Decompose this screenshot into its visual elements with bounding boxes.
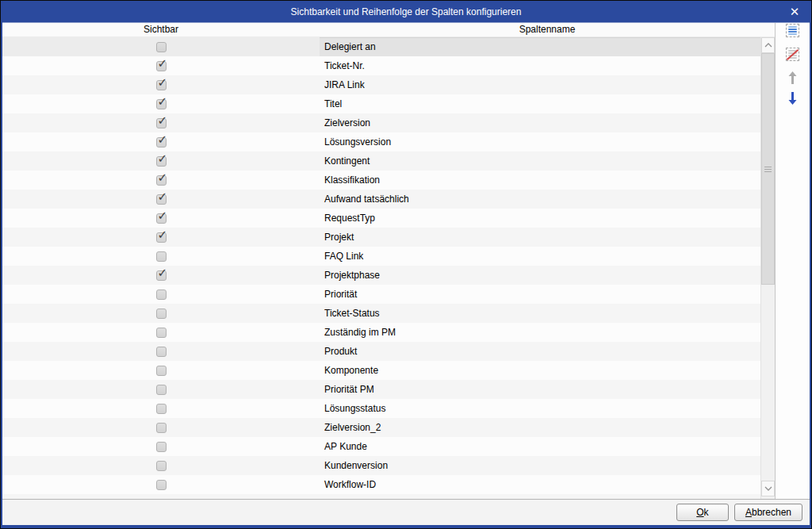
dialog-window: Sichtbarkeit und Reihenfolge der Spalten… <box>1 1 811 528</box>
table-row[interactable]: Priorität <box>2 285 760 304</box>
visibility-checkbox[interactable] <box>156 251 167 262</box>
visibility-checkbox[interactable] <box>156 80 167 90</box>
checkbox-cell <box>2 228 320 247</box>
visibility-checkbox[interactable] <box>156 289 167 300</box>
table-row[interactable]: Titel <box>2 94 760 113</box>
column-name-label: Zielversion_2 <box>320 418 760 437</box>
visibility-checkbox[interactable] <box>156 194 167 205</box>
visibility-checkbox[interactable] <box>156 270 167 281</box>
move-down-button[interactable] <box>785 90 800 105</box>
table-row[interactable]: RequestTyp <box>2 209 760 228</box>
table-row[interactable]: Lösungsversion <box>2 132 760 151</box>
column-header-sichtbar: Sichtbar <box>2 23 320 36</box>
visibility-checkbox[interactable] <box>156 461 167 471</box>
table-row[interactable]: CP Kunde <box>2 494 760 499</box>
checkbox-cell <box>2 456 320 475</box>
visibility-checkbox[interactable] <box>156 366 167 376</box>
close-button[interactable]: ✕ <box>784 1 805 22</box>
checkbox-cell <box>2 266 320 285</box>
column-name-label: Priorität <box>320 285 760 304</box>
table-row[interactable]: Projektphase <box>2 266 760 285</box>
column-name-label: RequestTyp <box>320 209 760 228</box>
select-all-icon <box>786 24 799 37</box>
checkbox-cell <box>2 113 320 132</box>
column-name-label: Titel <box>320 94 760 113</box>
column-name-label: Produkt <box>320 342 760 361</box>
table-row[interactable]: Ticket-Nr. <box>2 56 760 75</box>
checkbox-cell <box>2 304 320 323</box>
table-row[interactable]: AP Kunde <box>2 437 760 456</box>
column-list-panel: Sichtbar Spaltenname Delegiert an Ticket… <box>2 23 776 499</box>
table-row[interactable]: Kontingent <box>2 151 760 171</box>
visibility-checkbox[interactable] <box>156 156 167 167</box>
scroll-thumb[interactable] <box>761 53 775 285</box>
table-row[interactable]: Workflow-ID <box>2 475 760 494</box>
move-up-button[interactable] <box>785 70 800 85</box>
table-row[interactable]: JIRA Link <box>2 75 760 94</box>
checkbox-cell <box>2 285 320 304</box>
visibility-checkbox[interactable] <box>156 499 167 500</box>
table-row[interactable]: Lösungsstatus <box>2 399 760 418</box>
table-header-row: Sichtbar Spaltenname <box>2 23 775 37</box>
checkbox-cell <box>2 399 320 418</box>
column-name-label: Lösungsversion <box>320 132 760 151</box>
visibility-checkbox[interactable] <box>156 309 167 319</box>
vertical-scrollbar[interactable] <box>760 37 775 499</box>
table-row[interactable]: Kundenversion <box>2 456 760 475</box>
table-row[interactable]: Produkt <box>2 342 760 361</box>
table-row[interactable]: FAQ Link <box>2 247 760 266</box>
visibility-checkbox[interactable] <box>156 137 167 148</box>
visibility-checkbox[interactable] <box>156 99 167 109</box>
checkbox-cell <box>2 190 320 209</box>
table-row[interactable]: Zielversion_2 <box>2 418 760 437</box>
title-bar: Sichtbarkeit und Reihenfolge der Spalten… <box>2 1 810 23</box>
visibility-checkbox[interactable] <box>156 42 167 52</box>
checkbox-cell <box>2 209 320 228</box>
visibility-checkbox[interactable] <box>156 442 167 452</box>
table-row[interactable]: Komponente <box>2 361 760 380</box>
column-name-label: FAQ Link <box>320 247 760 266</box>
visibility-checkbox[interactable] <box>156 61 167 71</box>
column-name-label: Zuständig im PM <box>320 323 760 342</box>
table-row[interactable]: Klassifikation <box>2 171 760 190</box>
visibility-checkbox[interactable] <box>156 423 167 433</box>
visibility-checkbox[interactable] <box>156 213 167 224</box>
column-name-label: Delegiert an <box>320 37 760 56</box>
visibility-checkbox[interactable] <box>156 175 167 186</box>
cancel-button[interactable]: Abbrechen <box>734 504 802 521</box>
select-all-button[interactable] <box>785 23 800 38</box>
visibility-checkbox[interactable] <box>156 404 167 414</box>
table-row[interactable]: Delegiert an <box>2 37 760 56</box>
checkbox-cell <box>2 437 320 456</box>
visibility-checkbox[interactable] <box>156 385 167 395</box>
move-up-icon <box>788 71 797 84</box>
table-row[interactable]: Ticket-Status <box>2 304 760 323</box>
chevron-down-icon <box>764 486 772 491</box>
checkbox-cell <box>2 37 320 56</box>
table-row[interactable]: Priorität PM <box>2 380 760 399</box>
deselect-all-button[interactable] <box>785 47 800 62</box>
move-down-icon <box>788 92 797 105</box>
column-name-label: Komponente <box>320 361 760 380</box>
checkbox-cell <box>2 494 320 499</box>
scroll-up-button[interactable] <box>761 37 775 53</box>
column-name-label: Lösungsstatus <box>320 399 760 418</box>
table-row[interactable]: Projekt <box>2 228 760 247</box>
checkbox-cell <box>2 475 320 494</box>
ok-button[interactable]: Ok <box>676 504 729 521</box>
column-config-dialog: Sichtbarkeit und Reihenfolge der Spalten… <box>0 0 812 529</box>
column-header-spaltenname: Spaltenname <box>320 23 775 36</box>
visibility-checkbox[interactable] <box>156 480 167 490</box>
table-row[interactable]: Aufwand tatsächlich <box>2 190 760 209</box>
visibility-checkbox[interactable] <box>156 328 167 338</box>
table-row[interactable]: Zuständig im PM <box>2 323 760 342</box>
table-row[interactable]: Zielversion <box>2 113 760 132</box>
checkbox-cell <box>2 132 320 151</box>
visibility-checkbox[interactable] <box>156 232 167 243</box>
visibility-checkbox[interactable] <box>156 347 167 357</box>
visibility-checkbox[interactable] <box>156 118 167 128</box>
scroll-down-button[interactable] <box>761 481 775 496</box>
checkbox-cell <box>2 380 320 399</box>
rows-container: Delegiert an Ticket-Nr. JIRA Link Titel … <box>2 37 760 499</box>
chevron-up-icon <box>764 43 772 48</box>
